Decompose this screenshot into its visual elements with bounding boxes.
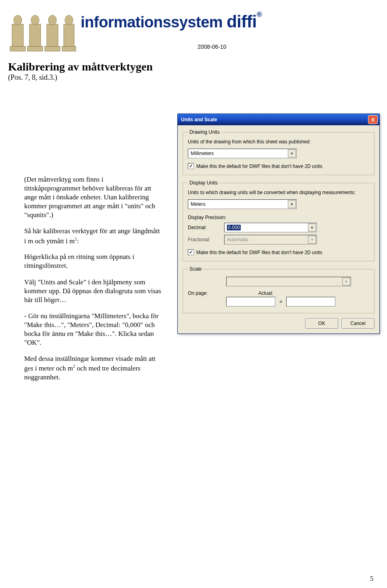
brand: informationssystem diffi® <box>81 12 262 31</box>
svg-rect-10 <box>64 24 74 46</box>
scale-group: Scale ▼ On page: Actual: = <box>183 266 375 313</box>
dialog-buttons: OK Cancel <box>183 318 375 329</box>
chevron-down-icon: ▼ <box>308 224 316 232</box>
svg-rect-7 <box>47 24 58 46</box>
logo-statues <box>8 8 77 56</box>
svg-rect-0 <box>10 46 25 51</box>
paragraph-4: Välj "Units and Scale" i den hjälpmeny s… <box>24 278 161 304</box>
drawing-units-legend: Drawing Units <box>188 129 221 135</box>
chevron-down-icon: ▼ <box>288 200 296 208</box>
paragraph-6: Med dessa inställningar kommer visade må… <box>24 354 161 382</box>
scale-legend: Scale <box>188 266 203 272</box>
paragraph-1: (Det måttverktyg som finns i tittskåpspr… <box>24 175 161 219</box>
svg-point-8 <box>48 15 56 25</box>
onpage-label: On page: <box>188 290 222 296</box>
svg-point-2 <box>14 15 22 25</box>
display-units-combo[interactable]: Meters ▼ <box>188 199 297 209</box>
close-icon: X <box>371 117 375 123</box>
display-units-legend: Display Units <box>188 180 219 186</box>
svg-rect-1 <box>12 24 23 46</box>
dialog-body: Drawing Units Units of the drawing from … <box>178 125 379 333</box>
drawing-units-value: Millimeters <box>191 151 214 156</box>
drawing-default-row[interactable]: ✓ Make this the default for DWF files th… <box>188 163 369 169</box>
brand-prefix: informationssystem <box>81 14 227 31</box>
drawing-default-label: Make this the default for DWF files that… <box>196 164 322 169</box>
drawing-units-desc: Units of the drawing from which this she… <box>188 139 369 145</box>
display-units-desc: Units to which drawing units will be con… <box>188 190 369 195</box>
header: informationssystem diffi® <box>0 0 387 56</box>
equals-label: = <box>279 299 282 304</box>
paragraph-3: Högerklicka på en ritning som öppnats i … <box>24 253 161 270</box>
units-and-scale-dialog: Units and Scale X Drawing Units Units of… <box>177 114 380 334</box>
decimal-label: Decimal: <box>188 225 224 230</box>
scale-combo: ▼ <box>226 277 351 286</box>
close-button[interactable]: X <box>368 115 378 124</box>
display-default-checkbox[interactable]: ✓ <box>188 249 194 255</box>
dialog-title: Units and Scale <box>181 117 217 122</box>
brand-registered: ® <box>257 10 262 19</box>
actual-label: Actual: <box>258 290 273 296</box>
page-date: 2008-06-10 <box>198 43 227 50</box>
paragraph-5: - Gör nu inställningarna "Millimeters", … <box>24 312 161 347</box>
onpage-input[interactable] <box>226 297 275 306</box>
display-default-label: Make this the default for DWF files that… <box>196 250 322 255</box>
fractional-combo: Automatic ▼ <box>224 235 317 244</box>
paragraph-2: Så här kalibreras verktyget för att ange… <box>24 227 161 245</box>
actual-input[interactable] <box>286 297 335 306</box>
fractional-value: Automatic <box>227 237 248 242</box>
decimal-value: 0.000 <box>227 225 241 230</box>
brand-main: diffi <box>227 12 256 31</box>
page-subtitle: (Pos. 7, 8, sid.3.) <box>8 73 387 82</box>
drawing-units-combo[interactable]: Millimeters ▼ <box>188 149 297 158</box>
chevron-down-icon: ▼ <box>308 236 316 244</box>
svg-point-5 <box>31 15 39 25</box>
cancel-button[interactable]: Cancel <box>341 318 375 329</box>
chevron-down-icon: ▼ <box>342 277 350 286</box>
drawing-default-checkbox[interactable]: ✓ <box>188 163 194 169</box>
chevron-down-icon: ▼ <box>288 149 296 157</box>
svg-rect-3 <box>27 46 43 51</box>
svg-rect-4 <box>29 24 41 46</box>
ok-button[interactable]: OK <box>305 318 338 329</box>
page-title: Kalibrering av måttverktygen <box>8 60 387 73</box>
display-default-row[interactable]: ✓ Make this the default for DWF files th… <box>188 249 369 255</box>
svg-rect-9 <box>62 46 76 51</box>
drawing-units-group: Drawing Units Units of the drawing from … <box>183 129 375 175</box>
display-units-value: Meters <box>191 201 206 207</box>
page: informationssystem diffi® Kalibrering av… <box>0 0 387 588</box>
dialog-titlebar[interactable]: Units and Scale X <box>178 114 379 125</box>
display-precision-label: Display Precision: <box>188 215 369 220</box>
page-number: 5 <box>370 575 373 582</box>
fractional-label: Fractional: <box>188 237 224 242</box>
decimal-combo[interactable]: 0.000 ▼ <box>224 223 317 232</box>
svg-point-11 <box>65 15 73 25</box>
display-units-group: Display Units Units to which drawing uni… <box>183 180 375 261</box>
instruction-text: (Det måttverktyg som finns i tittskåpspr… <box>24 175 161 389</box>
svg-rect-6 <box>45 46 60 51</box>
